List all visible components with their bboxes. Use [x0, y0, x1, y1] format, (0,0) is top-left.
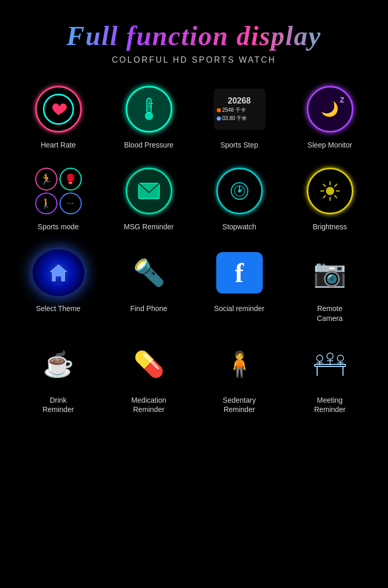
sports-step-count: 20268	[217, 96, 262, 106]
feature-select-theme: Select Theme	[16, 247, 101, 322]
find-phone-label: Find Phone	[130, 304, 168, 313]
feature-sleep-monitor: 🌙 Z Sleep Monitor	[287, 83, 372, 150]
home-icon	[47, 261, 70, 284]
drink-reminder-icon-wrapper: ☕	[33, 339, 84, 390]
sleep-monitor-circle: 🌙 Z	[307, 86, 353, 133]
sports-step-icon-wrapper: 20268 2548 千卡 03.80 千米	[214, 83, 265, 135]
sports-step-label: Sports Step	[220, 140, 258, 150]
medication-image: 💊	[126, 344, 172, 385]
sun-icon	[319, 180, 341, 202]
select-theme-icon-wrapper	[33, 247, 84, 299]
svg-point-11	[326, 187, 334, 195]
meeting-reminder-label: Meeting Reminder	[314, 395, 346, 414]
brightness-icon-wrapper	[304, 165, 356, 217]
feature-stopwatch: Stopwatch	[197, 165, 282, 231]
meeting-reminder-icon-wrapper	[304, 339, 356, 390]
select-theme-label: Select Theme	[36, 304, 80, 313]
sport-walk-icon: 🚶	[35, 193, 57, 214]
stopwatch-circle	[216, 168, 263, 214]
feature-brightness: Brightness	[287, 165, 372, 231]
svg-point-24	[317, 355, 323, 361]
svg-point-4	[145, 112, 153, 120]
svg-line-18	[335, 184, 337, 186]
medication-reminder-icon-wrapper: 💊	[123, 339, 175, 390]
sedentary-reminder-icon-wrapper: 🧍	[214, 339, 265, 390]
feature-heart-rate: Heart Rate	[16, 83, 101, 150]
drink-reminder-label: Drink Reminder	[42, 395, 74, 414]
sports-step-distance: 03.80 千米	[217, 115, 262, 122]
stopwatch-label: Stopwatch	[222, 222, 256, 231]
sports-step-box: 20268 2548 千卡 03.80 千米	[214, 89, 265, 130]
theme-glow-circle	[33, 249, 84, 296]
svg-point-30	[337, 355, 344, 361]
blood-pressure-icon-wrapper	[123, 83, 175, 135]
feature-sports-mode: 🏃 🥊 🚶 ··· Sports mode	[16, 165, 101, 231]
social-reminder-icon-wrapper: f	[214, 247, 265, 299]
sport-more-icon: ···	[59, 193, 82, 214]
page-subtitle: COLORFUL HD SPORTS WATCH	[10, 55, 378, 65]
msg-reminder-circle	[126, 168, 172, 214]
sport-run-icon: 🏃	[35, 168, 57, 190]
flame-icon	[217, 108, 221, 112]
feature-sports-step: 20268 2548 千卡 03.80 千米 Sports Step	[197, 83, 282, 150]
blood-pressure-label: Blood Pressure	[124, 140, 174, 150]
heart-rate-icon-wrapper	[33, 83, 84, 135]
page: Full function display COLORFUL HD SPORTS…	[0, 0, 388, 435]
sleep-monitor-icon-wrapper: 🌙 Z	[304, 83, 356, 135]
pin-icon	[217, 116, 221, 121]
heart-rate-circle	[35, 86, 82, 133]
medication-reminder-label: Medication Reminder	[131, 395, 167, 414]
remote-camera-label: Remote Camera	[317, 304, 343, 322]
meeting-image	[307, 344, 353, 385]
svg-line-16	[323, 184, 325, 186]
facebook-icon: f	[216, 252, 263, 293]
social-reminder-label: Social reminder	[214, 304, 264, 313]
remote-camera-icon-wrapper: 📷	[304, 247, 356, 299]
sports-mode-label: Sports mode	[38, 222, 79, 231]
feature-social-reminder: f Social reminder	[197, 247, 282, 322]
features-grid: Heart Rate Blood Pressure	[10, 83, 378, 414]
feature-msg-reminder: MSG Reminder	[106, 165, 191, 231]
sleep-icon: 🌙 Z	[316, 95, 345, 124]
feature-blood-pressure: Blood Pressure	[106, 83, 191, 150]
sports-mode-icon-wrapper: 🏃 🥊 🚶 ···	[33, 165, 84, 217]
stopwatch-icon	[228, 180, 251, 202]
page-title: Full function display	[10, 21, 378, 51]
brightness-circle	[307, 168, 353, 214]
heart-rate-label: Heart Rate	[41, 140, 76, 150]
feature-drink-reminder: ☕ Drink Reminder	[16, 339, 101, 414]
svg-line-17	[335, 196, 337, 198]
msg-reminder-label: MSG Reminder	[124, 222, 173, 231]
svg-marker-20	[50, 264, 67, 281]
camera-image: 📷	[307, 252, 353, 293]
msg-reminder-icon-wrapper	[123, 165, 175, 217]
envelope-icon	[138, 182, 160, 200]
svg-line-19	[323, 196, 325, 198]
feature-find-phone: 🔦 Find Phone	[106, 247, 191, 322]
svg-point-27	[327, 353, 333, 359]
heart-icon	[50, 101, 67, 117]
sedentary-image: 🧍	[216, 344, 263, 385]
brightness-label: Brightness	[312, 222, 347, 231]
sleep-monitor-label: Sleep Monitor	[307, 140, 352, 150]
sports-step-calories: 2548 千卡	[217, 107, 262, 114]
feature-medication-reminder: 💊 Medication Reminder	[106, 339, 191, 414]
heart-rate-inner-circle	[43, 94, 74, 125]
sedentary-reminder-label: Sedentary Reminder	[223, 395, 256, 414]
feature-sedentary-reminder: 🧍 Sedentary Reminder	[197, 339, 282, 414]
find-phone-image: 🔦	[126, 252, 172, 293]
meeting-icon	[309, 349, 351, 380]
sport-fight-icon: 🥊	[59, 168, 82, 190]
find-phone-icon-wrapper: 🔦	[123, 247, 175, 299]
feature-meeting-reminder: Meeting Reminder	[287, 339, 372, 414]
blood-pressure-circle	[126, 86, 172, 133]
z-icon: Z	[340, 96, 345, 104]
stopwatch-icon-wrapper	[214, 165, 265, 217]
feature-remote-camera: 📷 Remote Camera	[287, 247, 372, 322]
drink-image: ☕	[35, 344, 82, 385]
sports-mode-grid: 🏃 🥊 🚶 ···	[35, 168, 82, 214]
thermometer-icon	[140, 96, 158, 122]
